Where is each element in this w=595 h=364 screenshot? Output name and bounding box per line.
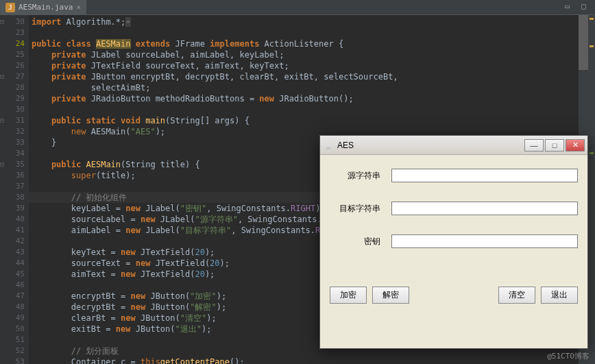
window-titlebar[interactable]: AES — □ ✕ xyxy=(320,136,587,155)
encrypt-button[interactable]: 加密 xyxy=(330,287,367,304)
clear-button[interactable]: 清空 xyxy=(498,287,535,304)
aim-label: 目标字符串 xyxy=(330,203,391,215)
tab-filename: AESMain.java xyxy=(19,3,73,12)
source-label: 源字符串 xyxy=(330,170,391,182)
maximize-icon[interactable]: ▢ xyxy=(581,1,591,11)
key-input[interactable] xyxy=(391,234,578,248)
tab-bar: J AESMain.java × ▭ ▢ xyxy=(0,0,595,15)
watermark: @51CTO博客 xyxy=(547,351,590,361)
key-label: 密钥 xyxy=(330,236,391,247)
line-gutter: 30 23 24 25 26 27 28 29 30 31 32 33 34 3… xyxy=(0,15,29,364)
aim-input[interactable] xyxy=(391,202,578,215)
close-button[interactable]: ✕ xyxy=(566,139,585,151)
decrypt-button[interactable]: 解密 xyxy=(372,287,409,304)
aes-window: AES — □ ✕ 源字符串 目标字符串 密钥 加密 解密 清空 退出 xyxy=(319,135,588,349)
minimize-icon[interactable]: ▭ xyxy=(565,1,574,11)
exit-button[interactable]: 退出 xyxy=(541,287,578,304)
java-file-icon: J xyxy=(5,3,15,12)
close-icon[interactable]: × xyxy=(76,3,81,12)
source-input[interactable] xyxy=(391,169,578,182)
window-title: AES xyxy=(337,141,524,150)
minimize-button[interactable]: — xyxy=(524,139,544,151)
maximize-button[interactable]: □ xyxy=(545,139,564,151)
java-icon xyxy=(323,140,334,151)
file-tab[interactable]: J AESMain.java × xyxy=(0,0,86,15)
marker-bar xyxy=(588,15,595,364)
